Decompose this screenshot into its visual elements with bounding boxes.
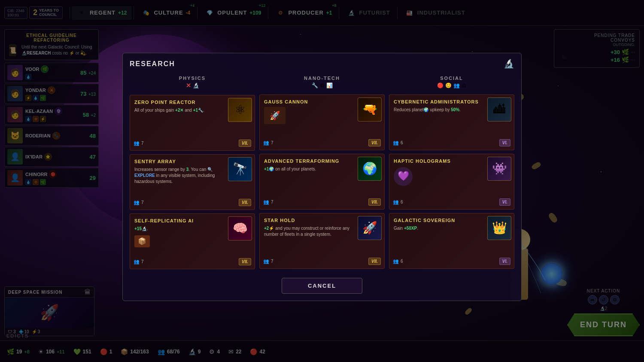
card-gauss-cannon[interactable]: 🔫 GAUSS CANNON 🚀 👥 7 VII. bbox=[259, 94, 385, 150]
starhold-tier: VII. bbox=[368, 258, 381, 265]
terra-footer: 👥 7 VII. bbox=[263, 198, 381, 206]
terra-tier: VII. bbox=[368, 198, 381, 206]
haptic-icon-display: 💜 bbox=[394, 167, 413, 186]
cyber-cost: 👥 6 bbox=[393, 140, 403, 146]
gauss-ship-icon: 🚀 bbox=[264, 107, 286, 124]
modal-overlay: RESEARCH 🔬 PHYSICS ✕ 🔬 ⚛ ZERO POINT REAC… bbox=[0, 0, 644, 362]
haptic-tier: VI. bbox=[499, 198, 510, 206]
gauss-tier: VII. bbox=[368, 139, 381, 146]
research-columns: PHYSICS ✕ 🔬 ⚛ ZERO POINT REACTOR All of … bbox=[130, 73, 514, 273]
haptic-footer: 👥 6 VI. bbox=[393, 198, 510, 206]
zero-point-tier: VII. bbox=[239, 140, 251, 147]
sentry-footer: 👥 7 VII. bbox=[134, 199, 251, 206]
ai-cost: 👥 7 bbox=[134, 259, 144, 265]
social-column: SOCIAL 🔴 😊 👥 ⚖ 🏙 CYBERNETIC ADMINISTRATO… bbox=[389, 73, 514, 273]
nanotech-title: NANO-TECH bbox=[262, 76, 382, 81]
physics-header: PHYSICS ✕ 🔬 bbox=[130, 73, 255, 91]
ai-cost-val: 7 bbox=[141, 259, 144, 264]
sovereign-cost: 👥 6 bbox=[393, 259, 403, 264]
terra-cost-icon: 👥 bbox=[263, 199, 269, 205]
physics-title: PHYSICS bbox=[132, 76, 252, 81]
nanotech-icon-1: 🔧 bbox=[312, 82, 318, 88]
terra-cost: 👥 7 bbox=[263, 199, 273, 205]
cyber-cost-icon: 👥 bbox=[393, 140, 399, 146]
terra-image: 🌍 bbox=[358, 157, 382, 181]
haptic-cost-icon: 👥 bbox=[393, 199, 399, 205]
ai-image: 🧠 bbox=[228, 216, 252, 240]
nanotech-icons: 🔧 ⚙ 📊 bbox=[262, 82, 382, 88]
sovereign-tier: VI. bbox=[499, 258, 510, 265]
social-icons: 🔴 😊 👥 ⚖ bbox=[392, 82, 512, 88]
card-galactic-sovereign[interactable]: 👑 GALACTIC SOVEREIGN Gain +50XP. 👥 6 VI. bbox=[389, 213, 514, 269]
cyber-image: 🏙 bbox=[487, 97, 511, 122]
haptic-cost: 👥 6 bbox=[393, 199, 403, 205]
sovereign-footer: 👥 6 VI. bbox=[393, 258, 510, 265]
cost-val: 7 bbox=[141, 141, 144, 146]
starhold-cost: 👥 7 bbox=[263, 259, 273, 264]
cancel-button[interactable]: CANCEL bbox=[282, 278, 362, 294]
nanotech-header: NANO-TECH 🔧 ⚙ 📊 bbox=[259, 73, 385, 91]
social-icon-2: 😊 bbox=[445, 82, 452, 88]
zero-point-footer: 👥 7 VII. bbox=[134, 140, 251, 147]
terra-cost-val: 7 bbox=[271, 200, 273, 204]
starhold-cost-icon: 👥 bbox=[263, 259, 269, 264]
haptic-image: 👾 bbox=[487, 157, 511, 181]
starhold-footer: 👥 7 VII. bbox=[263, 258, 381, 265]
sentry-image: 🔭 bbox=[228, 157, 252, 181]
social-title: SOCIAL bbox=[392, 76, 512, 81]
cyber-tier: VI. bbox=[499, 139, 510, 146]
research-modal: RESEARCH 🔬 PHYSICS ✕ 🔬 ⚛ ZERO POINT REAC… bbox=[122, 53, 522, 301]
nanotech-column: NANO-TECH 🔧 ⚙ 📊 🔫 GAUSS CANNON 🚀 bbox=[259, 73, 385, 273]
card-haptic-holograms[interactable]: 👾 HAPTIC HOLOGRAMS 💜 👥 6 VI. bbox=[389, 154, 514, 210]
cost-icon-2: 👥 bbox=[134, 200, 140, 205]
card-self-replicating-ai[interactable]: 🧠 SELF-REPLICATING AI +15🔬. 📦 👥 7 VII. bbox=[130, 213, 255, 269]
lab-icon: 🔬 bbox=[504, 58, 514, 69]
modal-title: RESEARCH bbox=[130, 60, 514, 68]
gauss-cost: 👥 7 bbox=[263, 140, 273, 146]
zero-point-cost: 👥 7 bbox=[134, 140, 144, 146]
ai-extra-icon: 📦 bbox=[134, 235, 150, 247]
sentry-tier: VII. bbox=[239, 199, 251, 206]
nanotech-icon-3: 📊 bbox=[326, 82, 333, 88]
nanotech-icon-2: ⚙ bbox=[320, 82, 325, 88]
social-icon-4: ⚖ bbox=[462, 82, 466, 88]
starhold-cost-val: 7 bbox=[271, 259, 273, 264]
social-header: SOCIAL 🔴 😊 👥 ⚖ bbox=[389, 73, 514, 91]
starhold-image: 🚀 bbox=[358, 216, 382, 240]
cyber-cost-val: 6 bbox=[401, 140, 403, 145]
gauss-footer: 👥 7 VII. bbox=[263, 139, 381, 146]
sentry-cost: 👥 7 bbox=[134, 200, 144, 205]
card-star-hold[interactable]: 🚀 STAR HOLD +2⚡ and you may construct or… bbox=[259, 213, 385, 269]
sentry-cost-val: 7 bbox=[141, 200, 144, 205]
ai-footer: 👥 7 VII. bbox=[134, 258, 251, 265]
gauss-cost-icon: 👥 bbox=[263, 140, 269, 146]
card-sentry-array[interactable]: 🔭 SENTRY ARRAY Increases sensor range by… bbox=[130, 154, 255, 210]
social-icon-3: 👥 bbox=[453, 82, 460, 88]
sovereign-cost-val: 6 bbox=[401, 259, 403, 264]
ai-tier: VII. bbox=[239, 258, 251, 265]
cost-icon: 👥 bbox=[134, 140, 140, 146]
social-icon-1: 🔴 bbox=[437, 82, 444, 88]
sovereign-cost-icon: 👥 bbox=[393, 259, 399, 264]
physics-lab-icon: 🔬 bbox=[193, 82, 199, 88]
sovereign-image: 👑 bbox=[487, 216, 511, 240]
card-zero-point-reactor[interactable]: ⚛ ZERO POINT REACTOR All of your ships g… bbox=[130, 95, 255, 151]
cyber-footer: 👥 6 VI. bbox=[393, 139, 510, 146]
physics-column: PHYSICS ✕ 🔬 ⚛ ZERO POINT REACTOR All of … bbox=[130, 73, 255, 273]
physics-dismiss[interactable]: ✕ 🔬 bbox=[132, 82, 252, 89]
card-advanced-terraforming[interactable]: 🌍 ADVANCED TERRAFORMING +1🌍 on all of yo… bbox=[259, 154, 385, 210]
physics-dismiss-x[interactable]: ✕ bbox=[186, 82, 191, 89]
cost-icon-3: 👥 bbox=[134, 259, 140, 265]
card-cybernetic-admin[interactable]: 🏙 CYBERNETIC ADMINISTRATORS Reduces plan… bbox=[389, 94, 514, 150]
gauss-image: 🔫 bbox=[358, 97, 382, 122]
zero-point-image: ⚛ bbox=[228, 98, 252, 122]
gauss-cost-val: 7 bbox=[271, 140, 273, 145]
haptic-cost-val: 6 bbox=[401, 200, 403, 204]
